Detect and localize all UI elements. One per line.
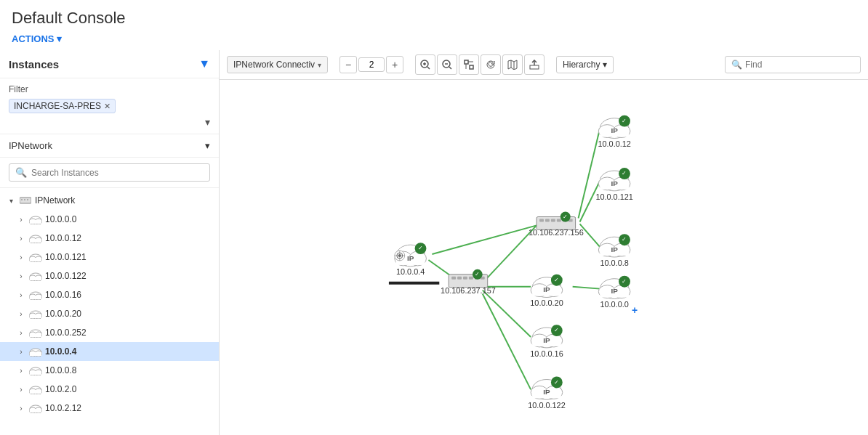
export-icon: [529, 60, 539, 70]
svg-rect-39: [30, 371, 41, 375]
search-row: 🔍: [0, 158, 219, 188]
filter-tag-text: INCHARGE-SA-PRES: [14, 101, 101, 111]
svg-rect-78: [457, 277, 462, 280]
zoom-plus-button[interactable]: +: [386, 56, 403, 73]
filter-expand-button[interactable]: ▾: [205, 116, 210, 128]
tree-expand-icon[interactable]: ›: [16, 252, 26, 262]
tree-item[interactable]: ›10.0.0.20: [0, 304, 219, 323]
cloud-icon: [29, 345, 42, 358]
find-input[interactable]: [745, 60, 854, 70]
map-button[interactable]: [502, 54, 523, 75]
map-icon: [507, 60, 518, 70]
svg-text:✓: ✓: [622, 170, 627, 176]
type-selector-value: IPNetwork: [9, 140, 52, 151]
svg-rect-2: [24, 199, 25, 200]
svg-text:10.0.0.122: 10.0.0.122: [528, 401, 565, 410]
svg-rect-23: [30, 296, 41, 299]
app-title: Default Console: [12, 9, 126, 27]
node-n8[interactable]: IP ✓ 10.0.0.0 +: [598, 276, 638, 317]
tree-item[interactable]: ›10.0.0.16: [0, 285, 219, 304]
tree-item[interactable]: ›10.0.0.12: [0, 229, 219, 248]
actions-button[interactable]: ACTIONS ▾: [12, 33, 62, 44]
tree-expand-icon[interactable]: ›: [16, 403, 26, 413]
tree-item[interactable]: ›10.0.0.4: [0, 342, 219, 361]
network-icon: [19, 194, 32, 207]
export-button[interactable]: [524, 54, 544, 75]
zoom-value-input[interactable]: [358, 57, 385, 72]
hierarchy-select[interactable]: Hierarchy ▾: [556, 56, 614, 73]
svg-text:IP: IP: [611, 126, 618, 134]
node-n7[interactable]: IP ✓ 10.0.0.8: [598, 234, 630, 267]
svg-text:IP: IP: [543, 336, 550, 344]
view-tab-chevron: ▾: [318, 61, 321, 69]
tree-item-label: IPNetwork: [35, 195, 75, 206]
find-icon: 🔍: [731, 60, 742, 70]
node-n6[interactable]: IP ✓ 10.0.0.122: [528, 377, 565, 410]
svg-marker-59: [508, 60, 517, 70]
search-input[interactable]: [31, 168, 204, 178]
svg-text:IP: IP: [611, 245, 618, 253]
view-tab-label: IPNetwork Connectiv: [233, 60, 315, 70]
tree-expand-icon[interactable]: ›: [16, 328, 26, 338]
cloud-icon: [29, 402, 42, 415]
tree-expand-icon[interactable]: ›: [16, 384, 26, 394]
node-n1[interactable]: IP ✓ 10.0.0.4: [395, 243, 427, 276]
svg-rect-55: [465, 60, 468, 64]
svg-text:✓: ✓: [554, 327, 559, 333]
svg-text:10.0.0.121: 10.0.0.121: [595, 192, 632, 201]
node-n9[interactable]: IP ✓ 10.0.0.121: [595, 168, 632, 201]
find-input-wrap: 🔍: [725, 56, 861, 73]
node-n2[interactable]: ✓ 10.106.237.157: [441, 269, 496, 295]
tree-expand-icon[interactable]: ›: [16, 233, 26, 243]
cloud-icon: [29, 213, 42, 226]
tree-item[interactable]: ›10.0.0.252: [0, 323, 219, 342]
svg-rect-90: [557, 219, 561, 221]
svg-text:10.0.0.8: 10.0.0.8: [600, 259, 628, 267]
svg-rect-80: [469, 277, 473, 280]
type-selector[interactable]: IPNetwork ▾: [0, 134, 219, 158]
cloud-icon: [29, 251, 42, 264]
filter-tag-close[interactable]: ✕: [104, 102, 110, 111]
tree-item[interactable]: ›10.0.0.0: [0, 210, 219, 229]
node-n10[interactable]: IP ✓ 10.0.0.12: [598, 115, 630, 149]
node-n4[interactable]: IP ✓ 10.0.0.20: [530, 275, 563, 308]
node-n5[interactable]: IP ✓ 10.0.0.16: [530, 325, 563, 358]
toolbar: IPNetwork Connectiv ▾ − +: [220, 50, 868, 80]
tree-expand-icon[interactable]: ›: [16, 365, 26, 375]
zoom-in-icon: [420, 60, 430, 70]
svg-text:10.106.237.157: 10.106.237.157: [441, 286, 496, 295]
tree-item[interactable]: ▾IPNetwork: [0, 191, 219, 210]
tree-item[interactable]: ›10.0.0.122: [0, 267, 219, 285]
fit-button[interactable]: [459, 54, 479, 75]
fit-icon: [464, 60, 474, 70]
tree-item[interactable]: ›10.0.0.8: [0, 361, 219, 380]
tree-item[interactable]: ›10.0.2.12: [0, 399, 219, 418]
tree-item[interactable]: ›10.0.2.0: [0, 380, 219, 399]
link-n2-n5: [483, 290, 531, 337]
tree-item[interactable]: ›10.0.0.121: [0, 248, 219, 267]
tree-expand-icon[interactable]: ›: [16, 290, 26, 300]
tree-expand-icon[interactable]: ›: [16, 214, 26, 224]
node-n3[interactable]: ✓ 10.106.237.156: [529, 212, 584, 237]
tree-expand-icon[interactable]: ›: [16, 346, 26, 357]
svg-rect-89: [551, 219, 555, 221]
filter-icon[interactable]: ▼: [198, 57, 210, 70]
canvas-area[interactable]: IP ✓ 10.0.0.4: [220, 80, 868, 435]
svg-text:IP: IP: [611, 287, 618, 295]
svg-rect-3: [27, 199, 28, 200]
tree-expand-icon[interactable]: ›: [16, 271, 26, 281]
view-tab[interactable]: IPNetwork Connectiv ▾: [227, 56, 328, 73]
zoom-minus-button[interactable]: −: [339, 56, 357, 73]
zoom-out-button[interactable]: [437, 54, 457, 75]
filter-label: Filter: [9, 84, 210, 94]
filter-tags: INCHARGE-SA-PRES ✕: [9, 99, 210, 113]
tree-expand-icon[interactable]: ▾: [6, 195, 16, 206]
refresh-button[interactable]: [481, 54, 501, 75]
zoom-in-button[interactable]: [415, 54, 435, 75]
svg-line-51: [427, 67, 430, 69]
link-n4-n8: [573, 287, 600, 289]
tree-item-label: 10.0.0.8: [45, 365, 76, 375]
tree-expand-icon[interactable]: ›: [16, 309, 26, 319]
refresh-icon: [486, 60, 496, 70]
svg-text:IP: IP: [611, 179, 618, 187]
